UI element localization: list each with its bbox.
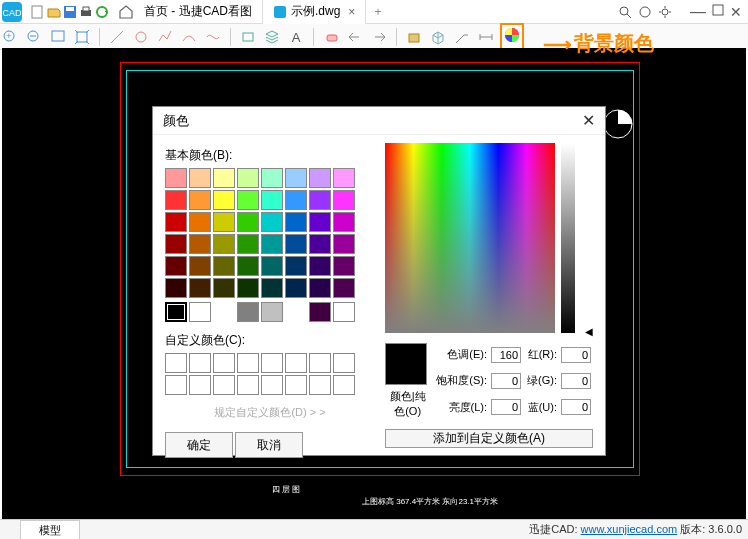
color-swatch[interactable]	[285, 278, 307, 298]
color-spectrum[interactable]	[385, 143, 555, 333]
define-custom-link[interactable]: 规定自定义颜色(D) > >	[165, 405, 375, 420]
redo-icon[interactable]	[369, 27, 389, 47]
status-url-link[interactable]: www.xunjiecad.com	[581, 523, 678, 535]
color-swatch[interactable]	[165, 256, 187, 276]
color-swatch[interactable]	[333, 278, 355, 298]
red-input[interactable]	[561, 347, 591, 363]
ok-button[interactable]: 确定	[165, 432, 233, 458]
custom-color-slot[interactable]	[237, 353, 259, 373]
minimize-button[interactable]: —	[690, 3, 706, 21]
zoom-out-icon[interactable]	[24, 27, 44, 47]
color-swatch[interactable]	[333, 302, 355, 322]
color-swatch[interactable]	[237, 278, 259, 298]
dimension-icon[interactable]	[476, 27, 496, 47]
color-swatch[interactable]	[261, 302, 283, 322]
custom-color-slot[interactable]	[213, 375, 235, 395]
custom-color-slot[interactable]	[333, 375, 355, 395]
color-swatch[interactable]	[165, 278, 187, 298]
custom-color-slot[interactable]	[213, 353, 235, 373]
color-swatch[interactable]	[189, 168, 211, 188]
color-swatch[interactable]	[261, 256, 283, 276]
color-swatch[interactable]	[309, 168, 331, 188]
erase-icon[interactable]	[321, 27, 341, 47]
undo-icon[interactable]	[345, 27, 365, 47]
color-swatch[interactable]	[165, 234, 187, 254]
color-swatch[interactable]	[309, 190, 331, 210]
circle-tool-icon[interactable]	[131, 27, 151, 47]
custom-color-slot[interactable]	[189, 353, 211, 373]
color-swatch[interactable]	[213, 234, 235, 254]
cancel-button[interactable]: 取消	[235, 432, 303, 458]
luminance-slider[interactable]	[561, 143, 575, 333]
line-tool-icon[interactable]	[107, 27, 127, 47]
color-swatch[interactable]	[237, 256, 259, 276]
color-swatch[interactable]	[189, 234, 211, 254]
spline-tool-icon[interactable]	[203, 27, 223, 47]
custom-color-slot[interactable]	[165, 353, 187, 373]
color-swatch[interactable]	[309, 234, 331, 254]
open-icon[interactable]	[46, 4, 62, 20]
tab-file[interactable]: 示例.dwg ×	[263, 0, 366, 24]
color-swatch[interactable]	[189, 256, 211, 276]
color-swatch[interactable]	[237, 212, 259, 232]
zoom-in-icon[interactable]: +	[0, 27, 20, 47]
polyline-tool-icon[interactable]	[155, 27, 175, 47]
custom-color-slot[interactable]	[309, 375, 331, 395]
3d-icon[interactable]	[428, 27, 448, 47]
zoom-icon[interactable]	[638, 5, 652, 19]
tab-close-button[interactable]: ×	[348, 5, 355, 19]
zoom-fit-icon[interactable]	[72, 27, 92, 47]
color-swatch[interactable]	[237, 234, 259, 254]
add-custom-color-button[interactable]: 添加到自定义颜色(A)	[385, 429, 593, 448]
color-swatch[interactable]	[165, 302, 187, 322]
color-swatch[interactable]	[261, 278, 283, 298]
color-swatch[interactable]	[309, 256, 331, 276]
color-swatch[interactable]	[333, 190, 355, 210]
color-swatch[interactable]	[285, 212, 307, 232]
custom-color-slot[interactable]	[189, 375, 211, 395]
color-swatch[interactable]	[333, 212, 355, 232]
color-swatch[interactable]	[261, 190, 283, 210]
custom-color-slot[interactable]	[261, 375, 283, 395]
color-swatch[interactable]	[309, 278, 331, 298]
color-swatch[interactable]	[213, 168, 235, 188]
new-icon[interactable]	[30, 4, 46, 20]
lum-input[interactable]	[491, 399, 521, 415]
export-icon[interactable]	[404, 27, 424, 47]
layers-icon[interactable]	[262, 27, 282, 47]
maximize-button[interactable]	[712, 4, 724, 19]
color-swatch[interactable]	[165, 190, 187, 210]
custom-color-slot[interactable]	[285, 353, 307, 373]
tab-home[interactable]: 首页 - 迅捷CAD看图	[134, 0, 263, 24]
background-color-button[interactable]	[500, 23, 524, 50]
color-swatch[interactable]	[309, 212, 331, 232]
color-swatch[interactable]	[285, 256, 307, 276]
green-input[interactable]	[561, 373, 591, 389]
close-window-button[interactable]: ✕	[730, 4, 742, 20]
hue-input[interactable]	[491, 347, 521, 363]
sat-input[interactable]	[491, 373, 521, 389]
refresh-icon[interactable]	[94, 4, 110, 20]
custom-color-slot[interactable]	[261, 353, 283, 373]
color-swatch[interactable]	[237, 168, 259, 188]
tab-add-button[interactable]: +	[366, 5, 389, 19]
color-swatch[interactable]	[333, 256, 355, 276]
color-swatch[interactable]	[285, 168, 307, 188]
custom-color-slot[interactable]	[165, 375, 187, 395]
color-swatch[interactable]	[333, 234, 355, 254]
search-icon[interactable]	[618, 5, 632, 19]
color-swatch[interactable]	[165, 168, 187, 188]
model-tab[interactable]: 模型	[20, 520, 80, 540]
text-tool-icon[interactable]: A	[286, 27, 306, 47]
blue-input[interactable]	[561, 399, 591, 415]
color-swatch[interactable]	[285, 234, 307, 254]
custom-color-slot[interactable]	[285, 375, 307, 395]
rect-tool-icon[interactable]	[238, 27, 258, 47]
color-swatch[interactable]	[189, 190, 211, 210]
color-swatch[interactable]	[261, 234, 283, 254]
color-swatch[interactable]	[237, 302, 259, 322]
save-icon[interactable]	[62, 4, 78, 20]
color-swatch[interactable]	[189, 302, 211, 322]
color-swatch[interactable]	[261, 168, 283, 188]
print-icon[interactable]	[78, 4, 94, 20]
